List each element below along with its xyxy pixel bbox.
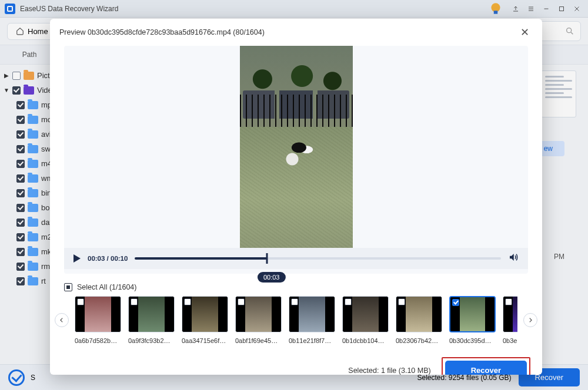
thumb-8[interactable]: 0b3e33c5e2…	[503, 296, 517, 344]
thumb-name: 0b30dc395d…	[449, 337, 496, 344]
thumb-3[interactable]: 0abf1f69e45…	[235, 296, 282, 344]
thumb-image[interactable]	[289, 296, 335, 332]
thumb-image[interactable]	[128, 296, 175, 332]
thumb-image[interactable]	[396, 296, 442, 332]
thumb-6[interactable]: 0b23067b42…	[396, 296, 442, 344]
thumb-name: 0b23067b42…	[396, 337, 442, 344]
thumb-7[interactable]: 0b30dc395d…	[449, 296, 496, 344]
timecode: 00:03 / 00:10	[88, 255, 128, 262]
thumb-name: 0aa34715e6f…	[182, 337, 228, 344]
strip-next-icon[interactable]	[523, 313, 537, 327]
volume-icon[interactable]	[508, 252, 519, 265]
thumb-name: 0abf1f69e45…	[235, 337, 282, 344]
strip-prev-icon[interactable]	[55, 313, 69, 327]
thumb-4[interactable]: 0b11e21f8f7…	[289, 296, 335, 344]
preview-area: 00:03 / 00:10 00:03	[64, 46, 528, 274]
time-bubble: 00:03	[258, 271, 286, 282]
thumb-image[interactable]	[449, 296, 496, 332]
thumbnail-strip: 0a6b7d582b…0a9f3fc93b2…0aa34715e6f…0abf1…	[50, 296, 542, 347]
thumb-1[interactable]: 0a9f3fc93b2…	[128, 296, 175, 344]
thumb-name: 0b3e33c5e2…	[503, 337, 517, 344]
recover-highlight: Recover	[442, 357, 530, 375]
select-all-checkbox[interactable]	[64, 283, 72, 291]
thumb-name: 0b1dcbb104…	[342, 337, 389, 344]
thumb-image[interactable]	[235, 296, 282, 332]
thumb-image[interactable]	[503, 296, 517, 332]
thumb-5[interactable]: 0b1dcbb104…	[342, 296, 389, 344]
preview-modal: Preview 0b30dc395d8cfde728c93baa5d91676c…	[50, 19, 542, 375]
thumb-checkbox[interactable]	[505, 298, 512, 305]
recover-button[interactable]: Recover	[445, 361, 527, 375]
thumb-image[interactable]	[342, 296, 389, 332]
select-all-label: Select All (1/1604)	[77, 283, 136, 291]
thumb-name: 0b11e21f8f7…	[289, 337, 335, 344]
modal-title: Preview 0b30dc395d8cfde728c93baa5d91676c…	[59, 28, 265, 36]
thumb-checkbox[interactable]	[291, 298, 298, 305]
thumb-checkbox[interactable]	[77, 298, 84, 305]
video-frame[interactable]	[240, 46, 353, 248]
thumb-checkbox[interactable]	[452, 299, 459, 306]
thumb-checkbox[interactable]	[398, 298, 405, 305]
modal-close-icon[interactable]: ✕	[517, 25, 533, 40]
seek-knob[interactable]	[266, 253, 268, 264]
modal-selected-text: Selected: 1 file (3.10 MB)	[348, 367, 430, 375]
thumb-image[interactable]	[182, 296, 228, 332]
thumb-name: 0a9f3fc93b2…	[128, 337, 175, 344]
seek-track[interactable]	[135, 257, 501, 260]
thumb-name: 0a6b7d582b…	[75, 337, 121, 344]
thumb-2[interactable]: 0aa34715e6f…	[182, 296, 228, 344]
thumb-checkbox[interactable]	[345, 298, 352, 305]
thumb-checkbox[interactable]	[238, 298, 245, 305]
video-controls: 00:03 / 00:10	[64, 248, 528, 269]
thumb-checkbox[interactable]	[131, 298, 138, 305]
thumb-image[interactable]	[75, 296, 121, 332]
thumb-checkbox[interactable]	[184, 298, 191, 305]
play-icon[interactable]	[74, 254, 81, 263]
thumb-0[interactable]: 0a6b7d582b…	[75, 296, 121, 344]
select-all-row[interactable]: Select All (1/1604)	[50, 274, 542, 296]
